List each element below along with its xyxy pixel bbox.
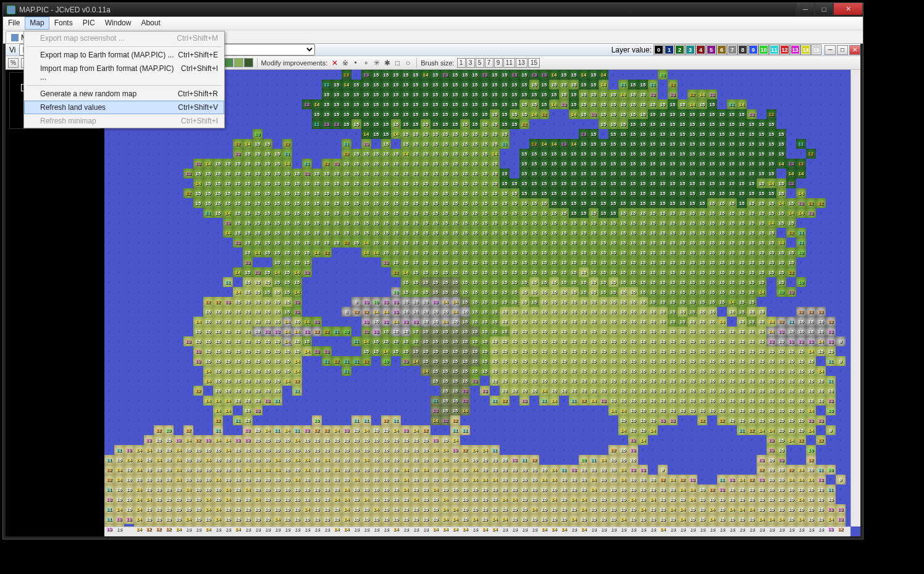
tile[interactable]: 15 xyxy=(154,494,164,504)
tile[interactable]: 15 xyxy=(519,149,529,159)
tile[interactable]: 12 xyxy=(322,425,332,435)
tile[interactable]: 15 xyxy=(460,109,470,119)
tile[interactable]: 15 xyxy=(668,247,678,257)
tile[interactable] xyxy=(766,80,776,89)
tile[interactable]: 11 xyxy=(450,425,460,435)
tile[interactable]: 15 xyxy=(598,188,608,198)
tile[interactable]: 15 xyxy=(786,396,796,406)
tile[interactable]: 15 xyxy=(282,238,292,247)
tile[interactable]: 15 xyxy=(253,168,262,178)
tile[interactable]: 15 xyxy=(727,277,737,287)
tile[interactable]: 15 xyxy=(717,396,727,406)
tile[interactable] xyxy=(707,435,717,445)
tile[interactable]: 15 xyxy=(401,494,411,504)
tile[interactable]: 14 xyxy=(816,336,826,346)
tile[interactable] xyxy=(223,238,233,247)
tile[interactable]: 15 xyxy=(796,504,806,514)
tile[interactable] xyxy=(658,425,668,435)
tile[interactable]: 15 xyxy=(243,376,253,386)
tile[interactable]: 15 xyxy=(519,198,529,208)
tile[interactable]: 14 xyxy=(569,514,579,524)
tile[interactable]: 15 xyxy=(569,247,579,257)
tile[interactable]: 15 xyxy=(579,149,589,159)
tile[interactable]: 15 xyxy=(450,159,460,168)
tile[interactable]: 14 xyxy=(342,514,351,524)
tile[interactable]: 15 xyxy=(757,317,766,327)
tile[interactable]: 15 xyxy=(391,159,401,168)
tile[interactable]: 15 xyxy=(302,178,312,188)
tile[interactable]: 15 xyxy=(302,494,312,504)
tile[interactable]: 14 xyxy=(223,445,233,455)
tile[interactable]: 15 xyxy=(786,425,796,435)
tile[interactable] xyxy=(806,89,816,99)
tile[interactable]: 15 xyxy=(243,494,253,504)
tile[interactable]: 15 xyxy=(628,406,638,415)
tile[interactable]: 14 xyxy=(144,494,154,504)
tile[interactable] xyxy=(154,218,164,228)
tile[interactable]: 15 xyxy=(598,178,608,188)
tile[interactable]: 15 xyxy=(322,168,332,178)
tile[interactable]: 15 xyxy=(589,188,598,198)
tile[interactable]: 13 xyxy=(292,297,302,307)
tile[interactable]: 15 xyxy=(361,465,371,475)
tile[interactable]: 15 xyxy=(757,356,766,366)
tile[interactable]: 12 xyxy=(786,228,796,238)
tile[interactable]: 15 xyxy=(203,327,213,336)
tile[interactable]: 15 xyxy=(549,267,559,277)
tile[interactable]: 13 xyxy=(786,336,796,346)
tile[interactable] xyxy=(233,277,243,287)
tile[interactable] xyxy=(154,277,164,287)
tile[interactable]: 15 xyxy=(253,485,262,494)
tile[interactable]: 15 xyxy=(381,435,391,445)
tile[interactable] xyxy=(351,247,361,257)
tile[interactable]: 15 xyxy=(411,228,421,238)
tile[interactable]: 15 xyxy=(658,247,668,257)
tile[interactable]: 15 xyxy=(776,178,786,188)
tile[interactable]: 13 xyxy=(628,435,638,445)
tile[interactable] xyxy=(678,425,687,435)
tile[interactable]: 15 xyxy=(440,188,450,198)
tile[interactable]: 15 xyxy=(598,267,608,277)
tile[interactable]: 15 xyxy=(658,238,668,247)
tile[interactable] xyxy=(134,317,144,327)
tile[interactable]: 15 xyxy=(638,238,648,247)
tile[interactable] xyxy=(816,277,826,287)
tile[interactable]: 15 xyxy=(579,475,589,485)
tile[interactable]: 15 xyxy=(717,406,727,415)
tile[interactable]: 14 xyxy=(371,247,381,257)
tile[interactable]: 14 xyxy=(253,247,262,257)
tile[interactable]: 15 xyxy=(480,247,490,257)
tile[interactable] xyxy=(292,119,302,129)
tile[interactable]: 15 xyxy=(490,139,500,149)
tile[interactable]: 15 xyxy=(411,465,421,475)
tile[interactable]: 15 xyxy=(223,168,233,178)
tile[interactable]: 15 xyxy=(638,188,648,198)
tile[interactable]: 14 xyxy=(806,406,816,415)
tile[interactable]: 15 xyxy=(687,406,697,415)
tile[interactable]: 15 xyxy=(430,366,440,376)
tile[interactable]: 15 xyxy=(470,129,480,139)
tile[interactable] xyxy=(114,267,124,277)
tile[interactable]: 15 xyxy=(559,386,569,396)
tile[interactable]: 15 xyxy=(766,168,776,178)
tile[interactable]: 15 xyxy=(272,317,282,327)
tile[interactable]: 15 xyxy=(608,129,618,139)
tile[interactable]: 15 xyxy=(539,257,549,267)
tile[interactable]: 15 xyxy=(322,445,332,455)
tile[interactable]: 15 xyxy=(253,238,262,247)
tile[interactable]: 13 xyxy=(776,455,786,465)
tile[interactable]: 15 xyxy=(608,149,618,159)
tile[interactable]: 13 xyxy=(104,494,114,504)
tile[interactable]: 15 xyxy=(401,168,411,178)
tile[interactable] xyxy=(618,70,628,80)
tile[interactable] xyxy=(312,159,322,168)
tile[interactable]: 15 xyxy=(559,277,569,287)
tile[interactable] xyxy=(421,415,430,425)
tile[interactable]: 15 xyxy=(253,228,262,238)
tile[interactable] xyxy=(292,406,302,415)
tile[interactable]: 15 xyxy=(391,168,401,178)
tile[interactable]: 15 xyxy=(786,514,796,524)
tile[interactable]: 15 xyxy=(678,119,687,129)
tile[interactable]: 15 xyxy=(648,247,658,257)
tile[interactable]: 15 xyxy=(618,109,628,119)
